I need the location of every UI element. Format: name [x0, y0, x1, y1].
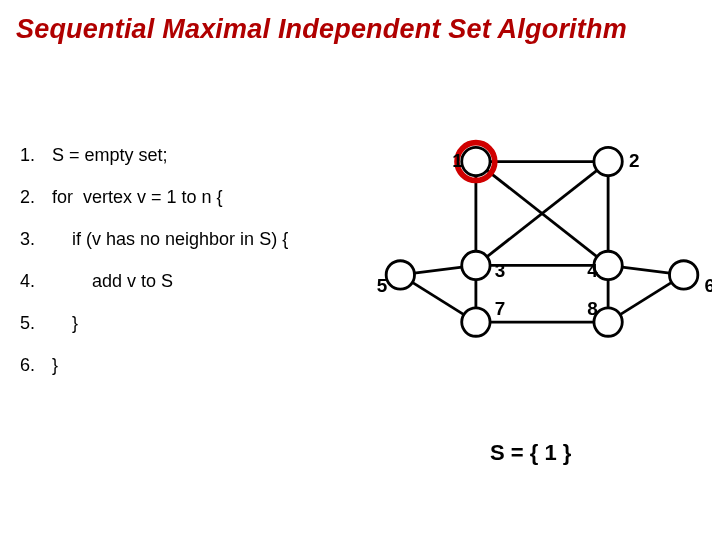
- pseudocode-block: 1. S = empty set; 2. for vertex v = 1 to…: [20, 134, 288, 386]
- graph-node-label: 1: [452, 150, 463, 171]
- graph-node: [386, 261, 414, 289]
- graph-node-label: 6: [704, 275, 712, 296]
- current-set: S = { 1 }: [490, 440, 571, 466]
- code-line-3: 3. if (v has no neighbor in S) {: [20, 218, 288, 260]
- code-line-2: 2. for vertex v = 1 to n {: [20, 176, 288, 218]
- graph-node: [462, 308, 490, 336]
- graph-node: [594, 308, 622, 336]
- graph-node: [462, 147, 490, 175]
- code-line-5: 5. }: [20, 302, 288, 344]
- code-line-6: 6. }: [20, 344, 288, 386]
- graph-node-label: 2: [629, 150, 640, 171]
- code-line-4: 4. add v to S: [20, 260, 288, 302]
- graph-diagram: 12345678: [372, 126, 712, 386]
- graph-node: [594, 251, 622, 279]
- code-line-1: 1. S = empty set;: [20, 134, 288, 176]
- graph-node-label: 8: [587, 298, 598, 319]
- graph-node: [462, 251, 490, 279]
- graph-node-label: 3: [495, 260, 506, 281]
- graph-node: [670, 261, 698, 289]
- graph-node-label: 7: [495, 298, 506, 319]
- graph-node-label: 4: [587, 260, 598, 281]
- slide-title: Sequential Maximal Independent Set Algor…: [16, 14, 627, 45]
- graph-node: [594, 147, 622, 175]
- graph-node-label: 5: [377, 275, 388, 296]
